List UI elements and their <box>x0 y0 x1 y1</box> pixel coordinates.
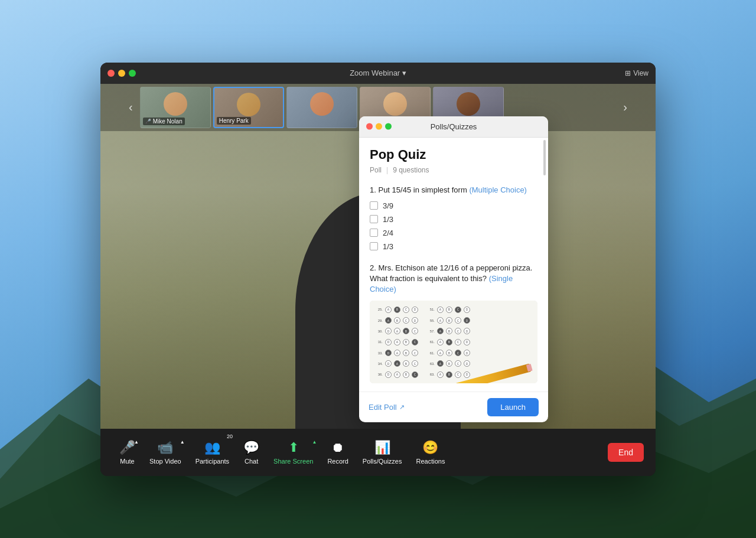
thumbnail-1[interactable]: 🎤 Mike Nolan <box>140 87 211 128</box>
mute-icon: 🎤 <box>119 440 135 455</box>
participants-icon: 👥 <box>204 440 220 455</box>
prev-arrow[interactable]: ‹ <box>124 100 138 114</box>
question-1-type: (Multiple Choice) <box>469 185 527 194</box>
stop-video-button[interactable]: 📹 Stop Video ▲ <box>142 429 188 476</box>
polls-icon: 📊 <box>374 440 390 455</box>
thumbnail-3[interactable] <box>286 87 357 128</box>
checkbox-1-d[interactable] <box>370 242 378 250</box>
participant-count: 20 <box>227 433 233 439</box>
answer-1-c[interactable]: 2/4 <box>370 229 537 237</box>
answer-sheet: 25. A B C D 51. A B C D <box>370 301 537 383</box>
reactions-button[interactable]: 😊 Reactions <box>409 429 452 476</box>
poll-meta: Poll | 9 questions <box>370 166 537 174</box>
traffic-lights <box>107 70 136 77</box>
dialog-traffic-lights <box>366 123 392 130</box>
view-button[interactable]: ⊞ View <box>625 69 649 77</box>
zoom-window: Zoom Webinar ▾ ⊞ View ‹ 🎤 Mike Nolan <box>100 63 656 476</box>
thumbnail-name-1: 🎤 Mike Nolan <box>143 118 185 125</box>
next-arrow[interactable]: › <box>618 100 632 114</box>
question-2-text: 2. Mrs. Etchison ate 12/16 of a pepperon… <box>370 263 537 295</box>
checkbox-1-a[interactable] <box>370 201 378 210</box>
dialog-header: Polls/Quizzes <box>359 116 548 138</box>
video-icon: 📹 <box>157 440 173 455</box>
poll-title: Pop Quiz <box>370 147 537 162</box>
share-screen-button[interactable]: ⬆ Share Screen ▲ <box>266 429 320 476</box>
question-1: 1. Put 15/45 in simplest form (Multiple … <box>370 185 537 251</box>
answer-1-d[interactable]: 1/3 <box>370 242 537 251</box>
thumbnail-name-2: Henry Park <box>217 117 251 125</box>
mic-icon: 🎤 <box>145 119 151 124</box>
checkbox-1-c[interactable] <box>370 229 378 237</box>
polls-quizzes-dialog: Polls/Quizzes Pop Quiz Poll | 9 question… <box>359 116 548 422</box>
polls-quizzes-button[interactable]: 📊 Polls/Quizzes <box>356 429 409 476</box>
video-caret[interactable]: ▲ <box>180 439 185 445</box>
share-screen-icon: ⬆ <box>288 440 299 455</box>
answer-1-a[interactable]: 3/9 <box>370 201 537 210</box>
video-area: ‹ 🎤 Mike Nolan Henry Park <box>100 84 656 429</box>
question-2: 2. Mrs. Etchison ate 12/16 of a pepperon… <box>370 263 537 384</box>
close-button[interactable] <box>107 70 115 77</box>
mute-caret[interactable]: ▲ <box>134 439 139 445</box>
minimize-button[interactable] <box>118 70 125 77</box>
question-1-text: 1. Put 15/45 in simplest form (Multiple … <box>370 185 537 195</box>
share-caret[interactable]: ▲ <box>312 439 317 445</box>
chat-icon: 💬 <box>243 440 259 455</box>
question-2-image: 25. A B C D 51. A B C D <box>370 301 537 383</box>
dialog-footer: Edit Poll ↗ Launch <box>359 392 548 422</box>
record-icon: ⏺ <box>331 440 344 455</box>
edit-poll-link[interactable]: Edit Poll ↗ <box>369 403 405 412</box>
dialog-close[interactable] <box>366 123 373 130</box>
scroll-indicator <box>543 140 546 175</box>
window-title: Zoom Webinar ▾ <box>350 69 406 77</box>
answer-1-b[interactable]: 1/3 <box>370 215 537 224</box>
chat-button[interactable]: 💬 Chat <box>236 429 266 476</box>
checkbox-1-b[interactable] <box>370 215 378 223</box>
maximize-button[interactable] <box>129 70 136 77</box>
dialog-body[interactable]: Pop Quiz Poll | 9 questions 1. Put 15/45… <box>359 138 548 392</box>
dialog-maximize[interactable] <box>385 123 392 130</box>
launch-button[interactable]: Launch <box>487 398 539 416</box>
dialog-minimize[interactable] <box>376 123 382 130</box>
record-button[interactable]: ⏺ Record <box>320 429 355 476</box>
participants-button[interactable]: 👥 Participants 20 <box>188 429 236 476</box>
end-button[interactable]: End <box>608 443 644 462</box>
reactions-icon: 😊 <box>422 440 438 455</box>
thumbnail-2[interactable]: Henry Park <box>213 87 284 128</box>
toolbar: 🎤 Mute ▲ 📹 Stop Video ▲ 👥 Participants 2… <box>100 429 656 476</box>
mute-button[interactable]: 🎤 Mute ▲ <box>112 429 142 476</box>
title-bar: Zoom Webinar ▾ ⊞ View <box>100 63 656 84</box>
